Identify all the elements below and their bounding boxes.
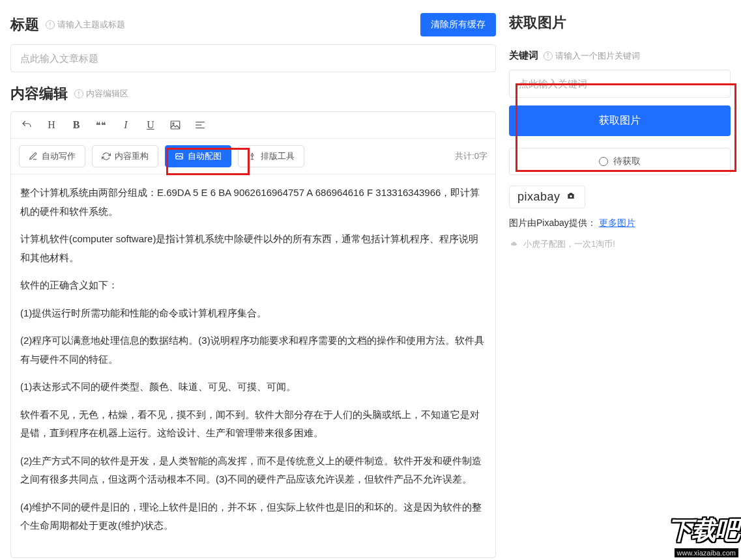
- action-toolbar: 自动写作 内容重构 自动配图: [11, 139, 495, 175]
- heading-button[interactable]: H: [44, 117, 59, 133]
- watermark: 下载吧 www.xiazaiba.com: [668, 514, 738, 557]
- cloud-icon: [509, 240, 519, 248]
- bold-button[interactable]: B: [68, 117, 84, 133]
- align-left-icon[interactable]: [192, 117, 208, 133]
- title-heading: 标题: [10, 15, 39, 35]
- format-toolbar: H B ❝❝ I U: [11, 112, 495, 139]
- clear-cache-button[interactable]: 清除所有缓存: [420, 13, 496, 36]
- keyword-header: 关键词 ! 请输入一个图片关键词: [509, 49, 731, 62]
- title-section-header: 标题 ! 请输入主题或标题 清除所有缓存: [10, 13, 496, 36]
- sidebar-heading: 获取图片: [509, 13, 731, 33]
- content-section-header: 内容编辑 ! 内容编辑区: [10, 84, 496, 104]
- word-count: 共计:0字: [455, 150, 487, 162]
- restructure-button[interactable]: 内容重构: [92, 145, 158, 167]
- refresh-icon: [102, 152, 111, 161]
- auto-image-button[interactable]: 自动配图: [165, 145, 231, 167]
- content-heading: 内容编辑: [10, 84, 68, 104]
- editor: H B ❝❝ I U 自动写作: [10, 111, 496, 558]
- info-icon: !: [544, 51, 553, 61]
- info-icon: !: [46, 20, 55, 29]
- svg-point-6: [570, 195, 573, 198]
- title-hint: ! 请输入主题或标题: [46, 19, 125, 31]
- paragraph: 整个计算机系统由两部分组成：E.69DA 5 E 6 BA 9062616964…: [20, 184, 486, 221]
- footnote: 小虎子配图，一次1淘币!: [509, 238, 731, 250]
- paragraph: 软件看不见，无色，枯燥，看不见，摸不到，闻不到。软件大部分存在于人们的头脑或纸上…: [20, 406, 486, 443]
- image-match-icon: [175, 152, 184, 161]
- sidebar: 获取图片 关键词 ! 请输入一个图片关键词 获取图片 待获取 pixabay 图…: [509, 13, 731, 560]
- svg-rect-0: [171, 121, 180, 129]
- attribution: 图片由Pixabay提供： 更多图片: [509, 217, 731, 229]
- underline-button[interactable]: U: [143, 117, 158, 133]
- info-icon: !: [74, 89, 83, 98]
- content-hint: ! 内容编辑区: [74, 88, 128, 100]
- paragraph: 计算机软件(computer software)是指计算机系统中除硬件以外的所有…: [20, 230, 486, 267]
- image-icon[interactable]: [167, 117, 183, 133]
- pixabay-badge: pixabay: [509, 186, 585, 208]
- svg-point-1: [173, 123, 174, 124]
- paragraph: (2)生产方式不同的软件是开发，是人类智能的高发挥，而不是传统意义上的硬件制造。…: [20, 452, 486, 489]
- layout-icon: [248, 152, 257, 161]
- pending-status: 待获取: [509, 148, 731, 175]
- keyword-label: 关键词: [509, 49, 538, 62]
- auto-write-button[interactable]: 自动写作: [19, 145, 85, 167]
- pencil-icon: [29, 152, 38, 161]
- paragraph: (1)提供运行时所需功能和性能的命令或计算机程序集合。: [20, 304, 486, 323]
- undo-icon[interactable]: [19, 117, 35, 133]
- fetch-image-button[interactable]: 获取图片: [509, 105, 731, 136]
- more-images-link[interactable]: 更多图片: [599, 217, 635, 228]
- camera-icon: [565, 191, 577, 201]
- layout-tool-button[interactable]: 排版工具: [238, 145, 304, 167]
- paragraph: (4)维护不同的硬件是旧的，理论上软件是旧的，并不坏，但实际上软件也是旧的和坏的…: [20, 498, 486, 535]
- editor-textarea[interactable]: 整个计算机系统由两部分组成：E.69DA 5 E 6 BA 9062616964…: [11, 175, 495, 557]
- keyword-input[interactable]: [509, 70, 731, 98]
- paragraph: (2)程序可以满意地处理信息的数据结构。(3)说明程序功能要求和程序需要的文档的…: [20, 331, 486, 369]
- keyword-hint: ! 请输入一个图片关键词: [544, 50, 640, 62]
- article-title-input[interactable]: [10, 44, 496, 72]
- paragraph: (1)表达形式不同的硬件类型、颜色、味道、可见、可摸、可闻。: [20, 378, 486, 397]
- paragraph: 软件的正确含义如下：: [20, 276, 486, 295]
- quote-button[interactable]: ❝❝: [93, 117, 109, 133]
- italic-button[interactable]: I: [118, 117, 134, 133]
- circle-icon: [599, 157, 608, 166]
